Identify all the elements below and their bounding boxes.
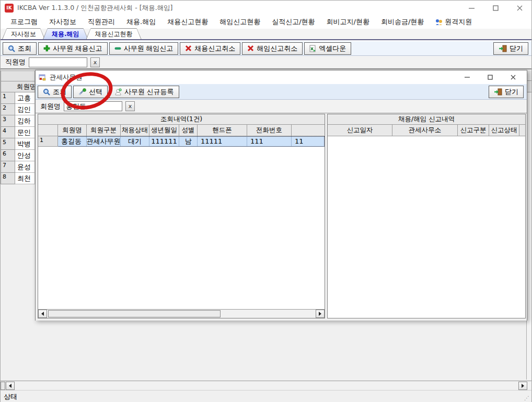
app-logo-icon: IK: [5, 4, 14, 13]
menu-performance-report[interactable]: 실적신고/현황: [266, 17, 320, 27]
table-row[interactable]: 3김하: [1, 115, 35, 127]
dismiss-report-button[interactable]: 사무원 해임신고: [109, 42, 179, 55]
column-header[interactable]: 신고상태: [489, 125, 519, 136]
menu-remote-support[interactable]: 원격지원: [430, 17, 478, 27]
resize-grip[interactable]: [524, 395, 530, 401]
close-window-button[interactable]: 닫기: [493, 42, 528, 55]
dismiss-cancel-button[interactable]: 해임신고취소: [242, 42, 303, 55]
close-icon[interactable]: [507, 1, 531, 15]
table-row[interactable]: 6안성: [1, 150, 35, 161]
table-row[interactable]: 1 홍길동 관세사무원 대기 111111 남 11111 111 11: [38, 136, 325, 147]
tab-hire-dismiss[interactable]: 채용.해임: [43, 28, 88, 39]
column-header[interactable]: 생년월일: [149, 125, 179, 136]
column-header[interactable]: 핸드폰: [198, 125, 247, 136]
search-result-grid: 조회내역(1건) 회원명 회원구분 채용상태 생년월일 성별 핸드폰 전화번호 …: [38, 114, 325, 318]
background-member-grid: 회원명 1 고흥 2김인 3김하 4문인 5박병 6안성 7윤성 8최천: [1, 70, 35, 184]
result-grid-caption: 조회내역(1건): [38, 114, 325, 125]
table-row[interactable]: 8최천: [1, 173, 35, 184]
column-header[interactable]: 채용상태: [121, 125, 149, 136]
column-header[interactable]: 회원명: [58, 125, 87, 136]
column-header[interactable]: 회원구분: [87, 125, 121, 136]
dialog-minimize-icon[interactable]: [456, 70, 479, 84]
pane-splitter-handle[interactable]: [1, 382, 5, 390]
scroll-thumb[interactable]: [48, 310, 221, 317]
scroll-right-icon[interactable]: [316, 310, 325, 318]
door-exit-icon: [499, 45, 507, 52]
employee-name-label: 직원명: [5, 57, 26, 67]
statusbar: 상태: [1, 390, 531, 402]
menu-company-info[interactable]: 자사정보: [43, 17, 82, 27]
member-name-label: 회원명: [40, 102, 61, 111]
hire-report-button[interactable]: 사무원 채용신고: [38, 42, 108, 55]
status-text: 상태: [4, 392, 17, 401]
dialog-maximize-icon[interactable]: [479, 70, 502, 84]
menu-fee-remittance[interactable]: 회비송금/현황: [375, 17, 430, 27]
main-toolbar: 조회 사무원 채용신고 사무원 해임신고 채용신고취소 해임신고취소 엑셀다운 …: [1, 41, 531, 56]
red-x-icon: [247, 45, 254, 52]
employee-name-input[interactable]: [29, 57, 87, 67]
form-icon: [39, 74, 47, 81]
scroll-left-icon[interactable]: [38, 310, 47, 318]
table-row[interactable]: 5박병: [1, 138, 35, 150]
search-button[interactable]: 조회: [3, 42, 37, 55]
hire-cancel-button[interactable]: 채용신고취소: [180, 42, 240, 55]
window-title: IKCBA Ver 1.1.3.0 / 인천공항관세사회 - [채용.해임]: [17, 4, 173, 13]
result-grid-horizontal-scrollbar[interactable]: [38, 309, 325, 318]
maximize-icon[interactable]: [483, 1, 507, 15]
main-horizontal-scrollbar[interactable]: [1, 381, 531, 390]
excel-download-button[interactable]: 엑셀다운: [304, 42, 351, 55]
menu-dismiss-report-status[interactable]: 해임신고현황: [214, 17, 266, 27]
scroll-left-icon[interactable]: [6, 382, 15, 390]
register-clerk-button[interactable]: 사무원 신규등록: [109, 86, 179, 98]
minimize-icon[interactable]: [459, 1, 483, 15]
column-header[interactable]: 전화번호: [247, 125, 292, 136]
main-filter-row: 직원명 x: [1, 56, 531, 69]
column-header[interactable]: 신고일자: [328, 125, 392, 136]
customs-clerk-dialog: 관세사무원 조회 선택 사무원 신규등록 닫기: [35, 70, 527, 321]
menubar: 프로그램 자사정보 직원관리 채용.해임 채용신고현황 해임신고현황 실적신고/…: [1, 15, 531, 29]
report-grid-caption: 채용/해임 신고내역: [328, 114, 525, 125]
person-add-icon: [114, 88, 122, 96]
tab-hire-report-status[interactable]: 채용신고현황: [86, 28, 142, 39]
minus-icon: [114, 45, 121, 52]
dialog-close-button[interactable]: 닫기: [489, 86, 524, 98]
table-row[interactable]: 7윤성: [1, 161, 35, 173]
remote-support-icon: [435, 19, 443, 26]
menu-hire-dismiss[interactable]: 채용.해임: [121, 17, 161, 27]
tabstrip: 자사정보 채용.해임 채용신고현황: [1, 29, 531, 40]
tab-company-info[interactable]: 자사정보: [2, 28, 45, 39]
excel-icon: [309, 45, 316, 52]
titlebar: IK IKCBA Ver 1.1.3.0 / 인천공항관세사회 - [채용.해임…: [1, 1, 531, 15]
column-header[interactable]: 신고구분: [458, 125, 489, 136]
table-row[interactable]: 2김인: [1, 104, 35, 115]
red-x-icon: [185, 45, 192, 52]
clear-employee-name-button[interactable]: x: [90, 57, 100, 67]
column-header[interactable]: 관세사무소: [392, 125, 458, 136]
dialog-filter-row: 회원명 x: [36, 100, 527, 113]
report-grid-header-row: 신고일자 관세사무소 신고구분 신고상태: [328, 125, 525, 136]
member-name-column-header: 회원명: [1, 81, 35, 92]
table-row[interactable]: 4문인: [1, 127, 35, 138]
grid-corner-cell: [1, 70, 35, 81]
scroll-right-icon[interactable]: [518, 382, 527, 390]
plus-icon: [43, 45, 50, 52]
menu-fee-notice[interactable]: 회비고지/현황: [321, 17, 375, 27]
column-header[interactable]: 성별: [179, 125, 198, 136]
door-exit-icon: [494, 88, 502, 96]
dialog-body: 조회내역(1건) 회원명 회원구분 채용상태 생년월일 성별 핸드폰 전화번호 …: [36, 113, 527, 321]
menu-program[interactable]: 프로그램: [5, 17, 43, 27]
search-icon: [43, 88, 50, 96]
menu-hire-report-status[interactable]: 채용신고현황: [161, 17, 214, 27]
table-row[interactable]: 1 고흥: [1, 92, 35, 104]
result-grid-header-row: 회원명 회원구분 채용상태 생년월일 성별 핸드폰 전화번호: [38, 125, 325, 136]
search-icon: [8, 45, 15, 52]
menu-staff-management[interactable]: 직원관리: [82, 17, 121, 27]
report-history-grid: 채용/해임 신고내역 신고일자 관세사무소 신고구분 신고상태: [327, 114, 526, 318]
clear-member-name-button[interactable]: x: [125, 101, 135, 111]
dialog-close-icon[interactable]: [502, 70, 525, 84]
main-window: IK IKCBA Ver 1.1.3.0 / 인천공항관세사회 - [채용.해임…: [0, 0, 532, 402]
